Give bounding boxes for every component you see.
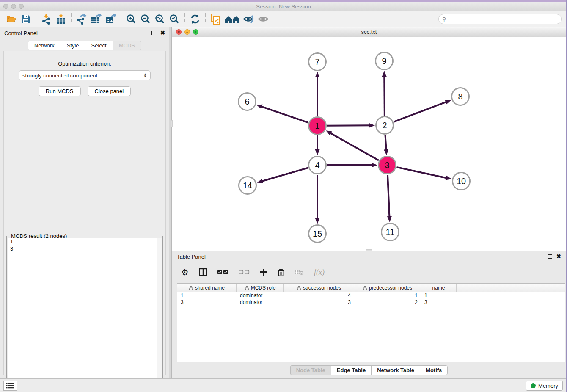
save-session-icon[interactable] [19, 12, 33, 26]
close-panel-button[interactable]: Close panel [88, 86, 131, 96]
table-header-row: shared name MCDS role successor nodes pr… [177, 284, 565, 292]
tab-node-table[interactable]: Node Table [290, 365, 331, 375]
float-panel-icon[interactable] [151, 31, 156, 35]
clone-network-icon[interactable] [209, 12, 223, 26]
cell-successor-nodes[interactable]: 3 [284, 299, 354, 305]
run-mcds-button[interactable]: Run MCDS [39, 86, 81, 96]
tab-style[interactable]: Style [61, 41, 85, 50]
main-titlebar: Session: New Session [0, 2, 567, 11]
import-network-icon[interactable] [39, 12, 54, 26]
result-scrollbar[interactable] [157, 238, 162, 392]
table-tabs: Node Table Edge Table Network Table Moti… [172, 365, 566, 375]
window-title: Session: New Session [0, 3, 567, 10]
split-panel-icon[interactable] [199, 268, 207, 276]
cell-name[interactable]: 1 [421, 293, 457, 298]
shared-column-icon [363, 286, 367, 290]
unselect-all-columns-icon[interactable] [239, 270, 250, 275]
graph-node-10[interactable]: 10 [452, 172, 471, 190]
graph-node-3[interactable]: 3 [378, 156, 396, 174]
column-header-mcds-role[interactable]: MCDS role [237, 284, 284, 292]
table-row[interactable]: 1 dominator 4 1 1 [177, 292, 565, 299]
table-row[interactable]: 3 dominator 3 2 3 [177, 299, 565, 306]
shared-column-icon [189, 286, 193, 290]
shared-column-icon [297, 286, 301, 290]
tab-network-table[interactable]: Network Table [371, 365, 420, 375]
mcds-panel: Optimization criterion: strongly connect… [3, 51, 166, 375]
function-builder-icon: f(x) [314, 268, 325, 277]
delete-column-icon[interactable] [278, 268, 284, 276]
add-column-icon[interactable] [260, 268, 267, 276]
toolbar-separator [121, 13, 121, 25]
toolbar-separator [184, 13, 185, 25]
column-header-shared-name[interactable]: shared name [177, 284, 237, 292]
graph-node-9[interactable]: 9 [375, 52, 394, 70]
zoom-selected-icon[interactable] [167, 12, 182, 26]
column-header-successor-nodes[interactable]: successor nodes [284, 284, 354, 292]
column-header-predecessor-nodes[interactable]: predecessor nodes [354, 284, 421, 292]
hide-selected-icon[interactable] [242, 12, 256, 26]
search-box[interactable]: ⚲ [438, 14, 562, 24]
graph-node-1[interactable]: 1 [308, 116, 327, 135]
result-line: 1 [8, 238, 162, 245]
zoom-fit-icon[interactable] [153, 12, 167, 26]
import-table-icon[interactable] [54, 12, 68, 26]
cell-name[interactable]: 3 [421, 299, 457, 305]
cell-predecessor-nodes[interactable]: 2 [354, 299, 421, 305]
close-panel-icon[interactable]: ✖ [556, 254, 561, 259]
graph-node-11[interactable]: 11 [381, 223, 399, 241]
graph-edges [172, 37, 567, 251]
graph-node-8[interactable]: 8 [451, 87, 470, 106]
float-panel-icon[interactable] [548, 254, 552, 259]
column-settings-icon[interactable]: ⚙ [181, 267, 189, 277]
optimization-criterion-label: Optimization criterion: [4, 61, 165, 67]
close-panel-icon[interactable]: ✖ [160, 31, 165, 35]
criterion-select[interactable]: strongly connected component ▲▼ [19, 70, 151, 80]
zoom-in-icon[interactable] [124, 12, 138, 26]
graph-node-14[interactable]: 14 [238, 176, 257, 195]
task-history-button[interactable] [3, 381, 17, 391]
cell-mcds-role[interactable]: dominator [237, 299, 284, 305]
tab-motifs[interactable]: Motifs [420, 365, 448, 375]
network-view-window: ✕ − + scc.txt 1234678910111415 [171, 27, 566, 251]
chevron-updown-icon: ▲▼ [143, 73, 147, 77]
graph-node-15[interactable]: 15 [308, 224, 327, 243]
table-panel-title: Table Panel [177, 254, 206, 260]
tab-network[interactable]: Network [28, 41, 61, 50]
panel-splitter-handle[interactable] [171, 120, 173, 127]
select-all-columns-icon[interactable] [217, 270, 228, 275]
tab-mcds[interactable]: MCDS [113, 41, 141, 50]
column-header-name[interactable]: name [421, 284, 457, 292]
open-file-icon[interactable] [4, 12, 19, 26]
export-network-icon[interactable] [74, 12, 89, 26]
search-input[interactable] [448, 16, 558, 22]
cell-mcds-role[interactable]: dominator [237, 293, 284, 298]
column-header-filler [457, 284, 565, 292]
cell-shared-name[interactable]: 1 [177, 293, 237, 298]
node-table[interactable]: shared name MCDS role successor nodes pr… [177, 283, 565, 362]
first-neighbors-icon[interactable] [223, 12, 242, 26]
network-title: scc.txt [172, 29, 566, 35]
memory-button[interactable]: Memory [526, 381, 563, 391]
graph-node-4[interactable]: 4 [308, 156, 327, 174]
graph-node-7[interactable]: 7 [308, 52, 327, 71]
mcds-result-group: MCDS result (2 nodes) 1 3 [6, 236, 163, 392]
mcds-result-text[interactable]: 1 3 [8, 238, 162, 392]
cell-predecessor-nodes[interactable]: 1 [354, 293, 421, 298]
toolbar-separator [71, 13, 72, 25]
zoom-out-icon[interactable] [138, 12, 153, 26]
cell-successor-nodes[interactable]: 4 [284, 293, 354, 298]
tab-edge-table[interactable]: Edge Table [331, 365, 371, 375]
apply-layout-icon[interactable] [188, 12, 202, 26]
export-table-icon[interactable] [89, 12, 103, 26]
tab-select[interactable]: Select [85, 41, 113, 50]
search-icon: ⚲ [442, 16, 446, 22]
network-canvas[interactable]: 1234678910111415 [172, 37, 567, 251]
table-panel: Table Panel ✖ ⚙ [171, 251, 566, 378]
application-window: Session: New Session [0, 0, 567, 392]
cell-shared-name[interactable]: 3 [177, 299, 237, 305]
result-line: 3 [8, 245, 162, 252]
show-all-icon[interactable] [256, 12, 270, 26]
graph-node-2[interactable]: 2 [375, 116, 394, 135]
export-image-icon[interactable] [103, 12, 118, 26]
graph-node-6[interactable]: 6 [238, 92, 256, 111]
